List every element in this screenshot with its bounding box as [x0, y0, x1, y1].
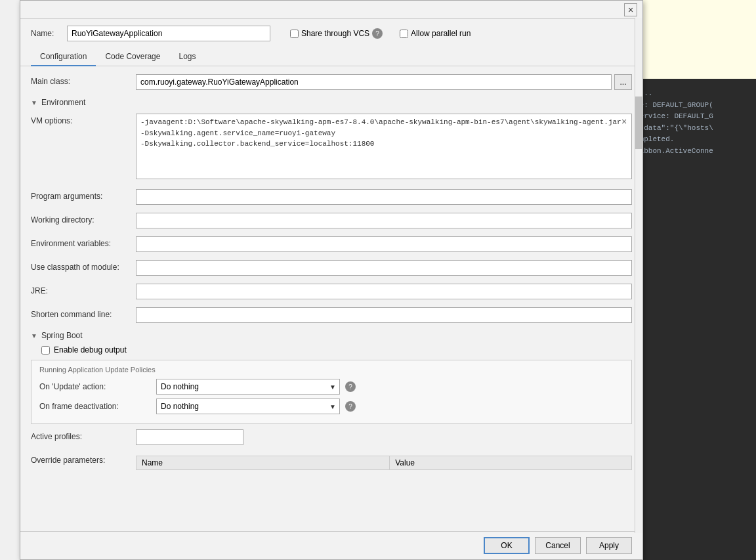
- policies-title: Running Application Update Policies: [39, 366, 623, 374]
- override-parameters-label: Override parameters:: [31, 453, 136, 465]
- frame-deactivation-select-wrapper: Do nothing Update classes and resources …: [156, 398, 340, 414]
- program-arguments-control: [136, 189, 632, 205]
- working-directory-control: [136, 213, 632, 228]
- override-parameters-row: Override parameters: Name Value: [31, 453, 632, 470]
- classpath-control: [136, 260, 632, 276]
- shorten-row: Shorten command line:: [31, 307, 632, 323]
- main-class-input[interactable]: [136, 74, 612, 90]
- update-action-help-icon[interactable]: ?: [345, 381, 356, 392]
- program-arguments-input[interactable]: [136, 189, 632, 205]
- frame-deactivation-help-icon[interactable]: ?: [345, 401, 356, 412]
- env-vars-input[interactable]: [136, 236, 632, 252]
- program-arguments-label: Program arguments:: [31, 189, 136, 201]
- share-vcs-checkbox[interactable]: [290, 30, 299, 38]
- run-config-dialog: × Name: Share through VCS ? Allow parall…: [20, 0, 643, 560]
- frame-deactivation-select[interactable]: Do nothing Update classes and resources …: [156, 398, 340, 414]
- jre-row: JRE:: [31, 284, 632, 299]
- environment-arrow-icon: ▼: [31, 99, 37, 106]
- name-row: Name: Share through VCS ? Allow parallel…: [20, 19, 642, 48]
- main-class-row: Main class: ...: [31, 74, 632, 90]
- bottom-bar: OK Cancel Apply: [20, 531, 642, 559]
- tab-logs[interactable]: Logs: [169, 48, 205, 66]
- env-vars-row: Environment variables:: [31, 236, 632, 252]
- override-parameters-control: Name Value: [136, 453, 632, 470]
- params-value-header: Value: [390, 456, 632, 470]
- allow-parallel-label: Allow parallel run: [411, 29, 471, 38]
- enable-debug-row: Enable debug output: [41, 345, 632, 355]
- update-action-select-wrapper: Do nothing Update classes and resources …: [156, 379, 340, 395]
- main-class-control: ...: [136, 74, 632, 90]
- close-button[interactable]: ×: [624, 3, 637, 16]
- classpath-input[interactable]: [136, 260, 632, 276]
- scrollbar-thumb[interactable]: [635, 97, 643, 149]
- share-vcs-label: Share through VCS: [301, 29, 369, 38]
- shorten-control: [136, 307, 632, 323]
- console-output: g... ce: DEFAULT_GROUP( service: DEFAULT…: [630, 85, 751, 160]
- shorten-label: Shorten command line:: [31, 307, 136, 319]
- frame-deactivation-label: On frame deactivation:: [39, 402, 151, 411]
- vm-options-row: VM options: -javaagent:D:\Software\apach…: [31, 114, 632, 181]
- working-directory-label: Working directory:: [31, 213, 136, 225]
- active-profiles-input[interactable]: [136, 429, 243, 445]
- ide-console-panel: g... ce: DEFAULT_GROUP( service: DEFAULT…: [625, 0, 756, 560]
- running-policies-section: Running Application Update Policies On '…: [31, 360, 632, 424]
- working-directory-row: Working directory:: [31, 213, 632, 228]
- environment-section-label: Environment: [41, 98, 85, 107]
- active-profiles-control: [136, 429, 632, 445]
- active-profiles-row: Active profiles:: [31, 429, 632, 445]
- enable-debug-checkbox[interactable]: [41, 346, 50, 355]
- enable-debug-label: Enable debug output: [54, 345, 127, 355]
- ok-button[interactable]: OK: [484, 537, 530, 554]
- share-vcs-help-icon[interactable]: ?: [372, 28, 383, 39]
- update-action-row: On 'Update' action: Do nothing Update cl…: [39, 379, 623, 395]
- allow-parallel-checkbox[interactable]: [400, 30, 408, 38]
- spring-boot-section-header[interactable]: ▼ Spring Boot: [31, 331, 632, 340]
- tab-configuration[interactable]: Configuration: [31, 48, 96, 66]
- share-vcs-row: Share through VCS ?: [290, 28, 383, 39]
- update-action-select[interactable]: Do nothing Update classes and resources …: [156, 379, 340, 395]
- allow-parallel-row: Allow parallel run: [400, 29, 471, 38]
- vm-options-textarea[interactable]: -javaagent:D:\Software\apache-skywalking…: [136, 114, 632, 179]
- program-arguments-row: Program arguments:: [31, 189, 632, 205]
- env-vars-label: Environment variables:: [31, 236, 136, 248]
- spring-boot-arrow-icon: ▼: [31, 332, 37, 339]
- update-action-label: On 'Update' action:: [39, 382, 151, 391]
- vm-options-container: -javaagent:D:\Software\apache-skywalking…: [136, 114, 632, 181]
- shorten-input[interactable]: [136, 307, 632, 323]
- tab-code-coverage[interactable]: Code Coverage: [96, 48, 169, 66]
- main-class-browse-button[interactable]: ...: [614, 74, 632, 90]
- active-profiles-label: Active profiles:: [31, 429, 136, 441]
- env-vars-control: [136, 236, 632, 252]
- jre-input[interactable]: [136, 284, 632, 299]
- frame-deactivation-row: On frame deactivation: Do nothing Update…: [39, 398, 623, 414]
- override-params-table: Name Value: [136, 456, 632, 470]
- config-content: Main class: ... ▼ Environment VM options…: [20, 66, 642, 531]
- environment-section-header[interactable]: ▼ Environment: [31, 98, 632, 107]
- apply-button[interactable]: Apply: [586, 537, 632, 554]
- title-bar: ×: [20, 1, 642, 19]
- main-class-label: Main class:: [31, 74, 136, 86]
- vm-clear-button[interactable]: ×: [619, 116, 629, 127]
- working-directory-input[interactable]: [136, 213, 632, 228]
- console-top-panel: [625, 0, 756, 79]
- jre-control: [136, 284, 632, 299]
- vm-options-label: VM options:: [31, 114, 136, 125]
- cancel-button[interactable]: Cancel: [535, 537, 581, 554]
- name-label: Name:: [31, 29, 60, 38]
- vertical-scrollbar[interactable]: [635, 18, 642, 533]
- classpath-label: Use classpath of module:: [31, 260, 136, 272]
- name-input[interactable]: [67, 26, 270, 41]
- tabs-bar: Configuration Code Coverage Logs: [20, 48, 642, 66]
- jre-label: JRE:: [31, 284, 136, 295]
- classpath-row: Use classpath of module:: [31, 260, 632, 276]
- params-name-header: Name: [136, 456, 390, 470]
- spring-boot-section-label: Spring Boot: [41, 331, 83, 340]
